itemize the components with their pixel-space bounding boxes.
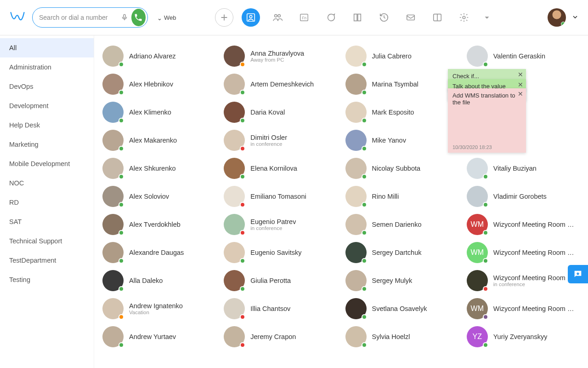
contact-item[interactable]: Alla Daleko — [101, 266, 220, 294]
contact-item[interactable]: Sylvia Hoelzl — [344, 322, 463, 351]
sidebar-item[interactable]: TestDepartment — [0, 251, 94, 270]
close-icon[interactable]: ✕ — [518, 71, 523, 78]
contact-item[interactable]: Alex Klimenko — [101, 98, 220, 126]
sidebar-item[interactable]: Technical Support — [0, 231, 94, 251]
contact-item[interactable]: Artem Demeshkevich — [222, 70, 341, 98]
status-dot — [240, 258, 245, 264]
contact-item[interactable]: Vladimir Gorobets — [465, 182, 584, 210]
contact-item[interactable]: Marina Tsymbal — [344, 70, 463, 98]
contact-item[interactable]: Valentin Geraskin — [465, 42, 584, 70]
contact-item[interactable]: WMWizyconf Meeting Room … — [465, 238, 584, 266]
avatar — [345, 102, 367, 123]
sidebar-item[interactable]: NOC — [0, 173, 94, 193]
contacts-button[interactable] — [242, 8, 260, 27]
search-dial-field[interactable] — [32, 7, 148, 28]
sidebar-item[interactable]: Help Desk — [0, 115, 94, 135]
contact-item[interactable]: Alex Tverdokhleb — [101, 210, 220, 238]
contact-name: Julia Cabrero — [372, 52, 412, 60]
phonebook-icon[interactable] — [348, 8, 367, 27]
contact-name: Alex Hlebnikov — [129, 80, 173, 88]
contact-item[interactable]: Svetlana Osavelyk — [344, 294, 463, 322]
voicemail-icon[interactable] — [401, 8, 420, 27]
sidebar-item[interactable]: RD — [0, 193, 94, 212]
contact-item[interactable]: Andrew Yurtaev — [101, 322, 220, 351]
chat-icon[interactable] — [322, 8, 340, 27]
current-user-avatar[interactable] — [548, 8, 566, 27]
status-dot — [119, 202, 124, 207]
sidebar-item[interactable]: All — [0, 38, 94, 58]
add-button[interactable] — [215, 8, 233, 27]
avatar — [345, 46, 367, 67]
contact-item[interactable]: Adriano Alvarez — [101, 42, 220, 70]
contact-item[interactable]: Alex Shkurenko — [101, 154, 220, 182]
department-sidebar: AllAdministrationDevOpsDevelopmentHelp D… — [0, 35, 94, 368]
contact-item[interactable]: Semen Darienko — [344, 210, 463, 238]
contact-item[interactable]: Mark Esposito — [344, 98, 463, 126]
contact-item[interactable]: Anna ZhuravlyovaAway from PC — [222, 42, 341, 70]
gear-icon[interactable] — [455, 8, 473, 27]
contact-name: Dimitri Osler — [250, 134, 287, 141]
contact-item[interactable]: Jeremy Crapon — [222, 322, 341, 351]
contact-item[interactable]: YZYuriy Zveryanskyy — [465, 322, 584, 351]
history-icon[interactable] — [375, 8, 393, 27]
contact-item[interactable]: Eugenio Savitsky — [222, 238, 341, 266]
contact-item[interactable]: WMWizyconf Meeting Room … — [465, 210, 584, 238]
more-dropdown-icon[interactable] — [481, 8, 492, 27]
contact-item[interactable]: Wizyconf Meeting Room …in conference — [465, 266, 584, 294]
contact-item[interactable]: Nicolay Subbota — [344, 154, 463, 182]
sidebar-item[interactable]: Marketing — [0, 135, 94, 154]
contact-item[interactable]: Alex Hlebnikov — [101, 70, 220, 98]
contact-item[interactable]: Daria Koval — [222, 98, 341, 126]
status-dot — [240, 118, 245, 123]
contact-name: Andrew Ignatenko — [129, 302, 183, 310]
contact-name: Anna Zhuravlyova — [250, 50, 304, 57]
contact-item[interactable]: Dimitri Oslerin conference — [222, 126, 341, 154]
sidebar-item[interactable]: Mobile Development — [0, 154, 94, 173]
contact-item[interactable]: Andrew IgnatenkoVacation — [101, 294, 220, 322]
sidebar-item[interactable]: DevOps — [0, 77, 94, 96]
contact-item[interactable]: Sergey Dartchuk — [344, 238, 463, 266]
contact-item[interactable]: Emiliano Tomasoni — [222, 182, 341, 210]
contact-name: Vitaliy Buziyan — [493, 165, 537, 172]
contact-name: Sergey Dartchuk — [372, 249, 422, 256]
contact-name: Giulia Perotta — [250, 277, 291, 284]
sidebar-item[interactable]: SAT — [0, 212, 94, 231]
contact-item[interactable]: Eugenio Patrevin conference — [222, 210, 341, 238]
contact-name: Marina Tsymbal — [372, 80, 418, 88]
contact-item[interactable]: Rino Milli — [344, 182, 463, 210]
contact-item[interactable]: Giulia Perotta — [222, 266, 341, 294]
contact-item[interactable]: Alexandre Daugas — [101, 238, 220, 266]
status-dot — [119, 174, 124, 179]
contact-item[interactable]: Elena Kornilova — [222, 154, 341, 182]
avatar — [102, 298, 124, 319]
close-icon[interactable]: ✕ — [518, 90, 523, 98]
contact-name: Nicolay Subbota — [372, 165, 421, 172]
layout-icon[interactable] — [428, 8, 447, 27]
contact-item[interactable]: Mike Yanov — [344, 126, 463, 154]
search-input[interactable] — [39, 14, 119, 21]
sidebar-item[interactable]: Development — [0, 96, 94, 115]
contact-item[interactable]: Alex Soloviov — [101, 182, 220, 210]
feedback-tab[interactable] — [568, 265, 588, 283]
mic-icon[interactable] — [119, 12, 130, 23]
contact-name: Wizyconf Meeting Room … — [493, 274, 574, 282]
contact-item[interactable]: Illia Chantsov — [222, 294, 341, 322]
colleagues-icon[interactable] — [268, 8, 287, 27]
user-menu-chevron[interactable] — [571, 13, 579, 22]
sticky-note[interactable]: ✕ Add WMS translation to the file 10/30/… — [448, 88, 526, 153]
contact-name: Valentin Geraskin — [493, 52, 545, 60]
contact-status-text: Away from PC — [250, 57, 304, 63]
contact-name: Eugenio Savitsky — [250, 249, 301, 256]
fn-icon[interactable]: Fn — [295, 8, 313, 27]
contact-item[interactable]: WMWizyconf Meeting Room … — [465, 294, 584, 322]
close-icon[interactable]: ✕ — [518, 81, 523, 88]
sidebar-item[interactable]: Administration — [0, 58, 94, 77]
line-selector[interactable]: ⌄ Web — [157, 14, 176, 21]
sidebar-item[interactable]: Testing — [0, 270, 94, 289]
contact-item[interactable]: Alex Makarenko — [101, 126, 220, 154]
contact-item[interactable]: Sergey Mulyk — [344, 266, 463, 294]
avatar — [467, 158, 488, 179]
contact-item[interactable]: Julia Cabrero — [344, 42, 463, 70]
call-button[interactable] — [131, 9, 146, 26]
contact-item[interactable]: Vitaliy Buziyan — [465, 154, 584, 182]
